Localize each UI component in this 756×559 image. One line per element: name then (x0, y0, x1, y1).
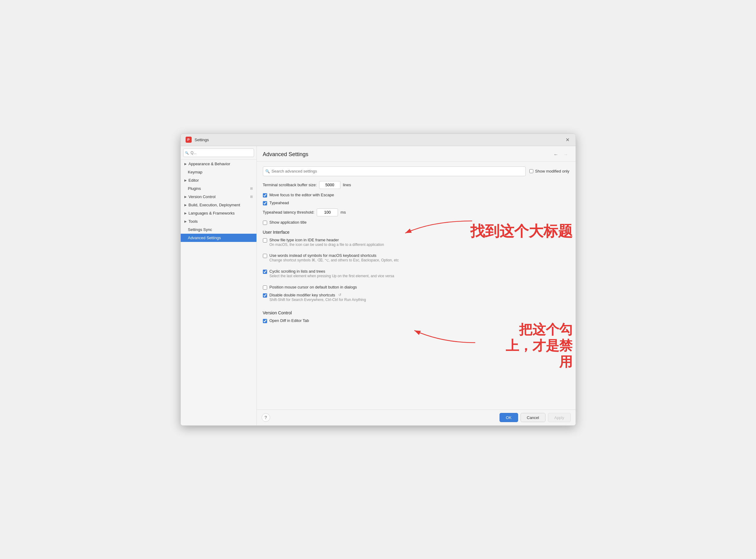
typeahead-label: Typeahead (270, 201, 289, 205)
move-focus-label: Move focus to the editor with Escape (270, 193, 334, 197)
cyclic-scrolling-checkbox[interactable] (263, 270, 267, 274)
arrow-icon: ▶ (184, 195, 187, 198)
sidebar-item-version-control[interactable]: ▶ Version Control ⊞ (181, 193, 256, 201)
arrow-icon: ▶ (184, 220, 187, 223)
search-row: 🔍 Show modified only (263, 166, 570, 176)
position-mouse-row: Position mouse cursor on default button … (263, 285, 570, 290)
sidebar-item-label: Languages & Frameworks (189, 211, 235, 216)
sidebar-item-label: Appearance & Behavior (189, 162, 230, 166)
ok-button[interactable]: OK (500, 413, 518, 422)
open-diff-label: Open Diff in Editor Tab (270, 318, 309, 323)
cyclic-scrolling-label: Cyclic scrolling in lists and trees (270, 269, 394, 273)
sidebar-item-label: Keymap (188, 170, 203, 174)
forward-button[interactable]: → (562, 151, 570, 158)
file-type-icon-checkbox[interactable] (263, 238, 267, 243)
disable-double-modifier-row: Disable double modifier key shortcuts ↺ … (263, 293, 570, 306)
arrow-icon: ▶ (184, 162, 187, 165)
sidebar-item-label: Editor (189, 178, 199, 183)
help-button[interactable]: ? (261, 413, 270, 422)
sidebar-item-settings-sync[interactable]: Settings Sync (181, 225, 256, 234)
back-button[interactable]: ← (552, 151, 560, 158)
terminal-unit-label: lines (343, 183, 351, 187)
typeahead-unit-label: ms (340, 210, 346, 215)
version-control-section-title: Version Control (263, 310, 570, 315)
sidebar-search-input[interactable] (183, 149, 254, 157)
settings-search-input[interactable] (263, 166, 526, 176)
sidebar-item-build[interactable]: ▶ Build, Execution, Deployment (181, 201, 256, 209)
show-modified-checkbox[interactable] (529, 169, 533, 173)
plugin-icon: ⊞ (250, 186, 253, 191)
annotation-text-2: 把这个勾上，才是禁用 (506, 322, 573, 370)
search-icon: 🔍 (265, 169, 270, 174)
terminal-scrollback-label: Terminal scrollback buffer size: (263, 183, 317, 187)
main-content: 🔍 Show modified only Terminal scrollback… (257, 162, 576, 409)
annotation-arrow-1 (387, 215, 478, 239)
window-title: Settings (195, 137, 209, 142)
words-symbols-checkbox[interactable] (263, 254, 267, 258)
sidebar-item-languages[interactable]: ▶ Languages & Frameworks (181, 209, 256, 217)
sidebar-item-label: Plugins (188, 186, 201, 191)
disable-double-modifier-checkbox[interactable] (263, 293, 267, 298)
cyclic-scrolling-desc: Select the last element when pressing Up… (270, 273, 394, 279)
page-title: Advanced Settings (263, 151, 308, 158)
show-modified-label: Show modified only (535, 169, 570, 174)
file-type-icon-label: Show file type icon in IDE frame header (270, 238, 384, 242)
plugin-icon: ⊞ (250, 195, 253, 199)
words-symbols-row: Use words instead of symbols for macOS k… (263, 253, 570, 266)
close-button[interactable]: ✕ (565, 137, 571, 143)
words-symbols-label: Use words instead of symbols for macOS k… (270, 253, 399, 258)
sidebar: ▶ Appearance & Behavior Keymap ▶ Editor … (181, 146, 257, 425)
sidebar-item-keymap[interactable]: Keymap (181, 168, 256, 176)
disable-double-modifier-label: Disable double modifier key shortcuts (270, 293, 335, 297)
open-diff-checkbox[interactable] (263, 319, 267, 323)
reset-icon[interactable]: ↺ (338, 293, 341, 297)
open-diff-row: Open Diff in Editor Tab (263, 318, 570, 323)
typeahead-latency-label: Typeahead latency threshold: (263, 210, 315, 215)
show-modified-row: Show modified only (529, 169, 570, 174)
sidebar-item-label: Tools (189, 219, 198, 224)
terminal-scrollback-input[interactable] (319, 181, 340, 189)
file-type-icon-row: Show file type icon in IDE frame header … (263, 238, 570, 250)
position-mouse-label: Position mouse cursor on default button … (270, 285, 357, 289)
arrow-icon: ▶ (184, 203, 187, 207)
show-app-title-checkbox[interactable] (263, 221, 267, 225)
apply-button[interactable]: Apply (548, 413, 571, 422)
words-symbols-desc: Change shortcut symbols ⌘, ⌫, ⌥, and oth… (270, 258, 399, 263)
user-interface-section-title: User Interface (263, 230, 570, 234)
annotation-arrow-2 (396, 325, 481, 349)
sidebar-item-plugins[interactable]: Plugins ⊞ (181, 184, 256, 193)
main-header: Advanced Settings ← → (257, 146, 576, 162)
show-app-title-row: Show application title (263, 220, 570, 225)
arrow-icon: ▶ (184, 179, 187, 182)
file-type-icon-desc: On macOS, the icon can be used to drag a… (270, 242, 384, 247)
sidebar-item-advanced-settings[interactable]: Advanced Settings (181, 234, 256, 242)
move-focus-row: Move focus to the editor with Escape (263, 193, 570, 198)
arrow-icon: ▶ (184, 211, 187, 215)
bottom-bar: ? OK Cancel Apply (257, 409, 576, 425)
sidebar-item-tools[interactable]: ▶ Tools (181, 217, 256, 225)
main-panel: Advanced Settings ← → 🔍 Show modified on… (257, 146, 576, 425)
sidebar-item-label: Build, Execution, Deployment (189, 203, 240, 207)
settings-window: P Settings ✕ ▶ Appearance & Behavior Key… (180, 134, 576, 426)
typeahead-latency-input[interactable] (317, 208, 338, 216)
terminal-scrollback-row: Terminal scrollback buffer size: lines (263, 181, 570, 189)
cancel-button[interactable]: Cancel (521, 413, 546, 422)
disable-double-modifier-desc: Shift-Shift for Search Everywhere, Ctrl-… (270, 297, 366, 303)
position-mouse-checkbox[interactable] (263, 286, 267, 290)
cyclic-scrolling-row: Cyclic scrolling in lists and trees Sele… (263, 269, 570, 282)
move-focus-checkbox[interactable] (263, 193, 267, 198)
typeahead-row: Typeahead (263, 201, 570, 205)
sidebar-search-container (181, 146, 256, 160)
sidebar-item-editor[interactable]: ▶ Editor (181, 176, 256, 184)
sidebar-item-label: Settings Sync (188, 227, 212, 232)
show-app-title-label: Show application title (270, 220, 307, 225)
title-bar: P Settings ✕ (181, 134, 576, 146)
app-icon: P (186, 137, 192, 143)
typeahead-latency-row: Typeahead latency threshold: ms (263, 208, 570, 216)
sidebar-item-label: Version Control (189, 195, 216, 199)
sidebar-item-appearance-behavior[interactable]: ▶ Appearance & Behavior (181, 160, 256, 168)
sidebar-item-label: Advanced Settings (188, 236, 221, 240)
search-bar-container: 🔍 (263, 166, 526, 176)
typeahead-checkbox[interactable] (263, 201, 267, 205)
